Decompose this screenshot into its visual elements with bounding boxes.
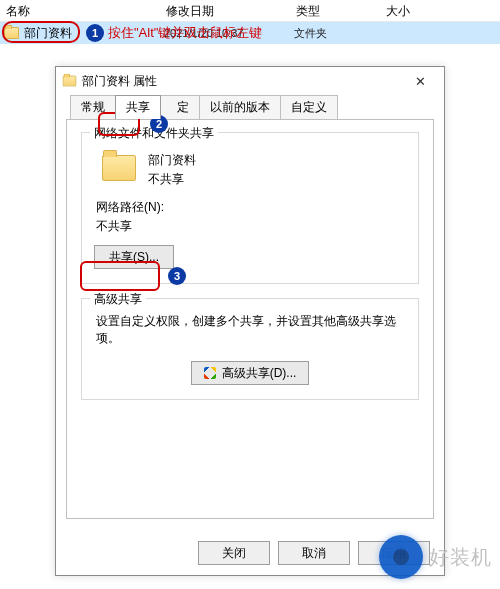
advanced-share-description: 设置自定义权限，创建多个共享，并设置其他高级共享选项。 [96,313,404,347]
brand-logo-icon [379,535,423,579]
file-row-date: 2021/1/20 10:37 [164,27,294,39]
tab-previous-versions[interactable]: 以前的版本 [199,95,281,119]
tab-panel-share: 网络文件和文件夹共享 部门资料 不共享 网络路径(N): 不共享 共享(S)..… [66,119,434,519]
file-row-type: 文件夹 [294,26,384,41]
advanced-share-button-label: 高级共享(D)... [222,365,297,382]
close-button[interactable]: ✕ [402,70,438,92]
share-button[interactable]: 共享(S)... [94,245,174,269]
network-path-value: 不共享 [96,218,404,235]
network-share-group-title: 网络文件和文件夹共享 [90,125,218,142]
advanced-share-group-title: 高级共享 [90,291,146,308]
close-dialog-button[interactable]: 关闭 [198,541,270,565]
network-path-label: 网络路径(N): [96,199,404,216]
watermark: 好装机 [379,535,492,579]
advanced-share-button[interactable]: 高级共享(D)... [191,361,310,385]
column-header-size[interactable]: 大小 [386,0,446,21]
properties-dialog: 部门资料 属性 ✕ 常规 共享 定 以前的版本 自定义 网络文件和文件夹共享 部… [55,66,445,576]
explorer-column-headers: 名称 修改日期 类型 大小 [0,0,500,22]
file-row-selected[interactable]: 部门资料 2021/1/20 10:37 文件夹 [0,22,500,44]
file-row-name: 部门资料 [24,25,72,42]
column-header-name[interactable]: 名称 [6,0,166,21]
share-target-state: 不共享 [148,170,196,189]
cancel-button[interactable]: 取消 [278,541,350,565]
tab-security[interactable]: 定 [160,95,200,119]
tab-custom[interactable]: 自定义 [280,95,338,119]
folder-icon [4,27,19,39]
share-target-name: 部门资料 [148,151,196,170]
tab-share[interactable]: 共享 [115,95,161,119]
dialog-titlebar[interactable]: 部门资料 属性 ✕ [56,67,444,95]
dialog-title: 部门资料 属性 [82,73,402,90]
network-share-group: 网络文件和文件夹共享 部门资料 不共享 网络路径(N): 不共享 共享(S)..… [81,132,419,284]
folder-icon [102,155,136,181]
tab-general[interactable]: 常规 [70,95,116,119]
advanced-share-group: 高级共享 设置自定义权限，创建多个共享，并设置其他高级共享选项。 高级共享(D)… [81,298,419,400]
folder-icon [63,76,77,87]
brand-text: 好装机 [429,544,492,571]
tab-strip: 常规 共享 定 以前的版本 自定义 [56,95,444,119]
column-header-type[interactable]: 类型 [296,0,386,21]
column-header-date[interactable]: 修改日期 [166,0,296,21]
